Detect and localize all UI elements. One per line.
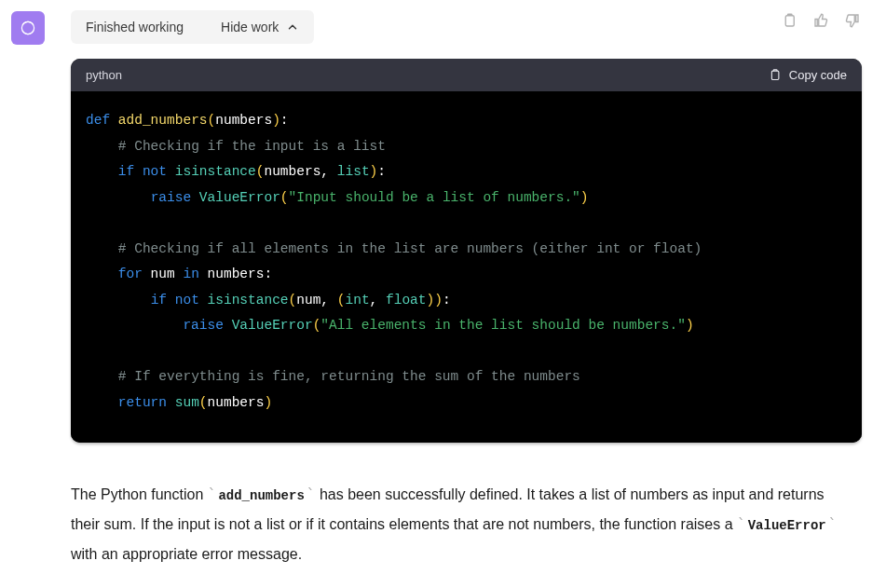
explanation-paragraph: The Python function `add_numbers` has be… bbox=[71, 480, 862, 569]
code-language-label: python bbox=[86, 68, 122, 82]
thumbs-up-button[interactable] bbox=[811, 11, 830, 30]
thumbs-up-icon bbox=[812, 12, 829, 29]
svg-rect-1 bbox=[785, 16, 794, 26]
code-content: def add_numbers(numbers): # Checking if … bbox=[86, 108, 847, 417]
thumbs-down-button[interactable] bbox=[843, 11, 862, 30]
hide-work-label: Hide work bbox=[221, 20, 279, 34]
copy-code-button[interactable]: Copy code bbox=[768, 68, 847, 82]
working-status-bar: Finished working Hide work bbox=[71, 10, 314, 44]
assistant-avatar bbox=[11, 11, 45, 45]
hide-work-toggle[interactable]: Hide work bbox=[221, 20, 299, 34]
code-body[interactable]: def add_numbers(numbers): # Checking if … bbox=[71, 91, 862, 443]
thumbs-down-icon bbox=[844, 12, 861, 29]
status-label: Finished working bbox=[86, 20, 184, 34]
chatgpt-logo-icon bbox=[18, 18, 38, 38]
copy-code-label: Copy code bbox=[789, 68, 847, 82]
clipboard-icon bbox=[781, 12, 797, 29]
svg-rect-2 bbox=[771, 71, 779, 79]
clipboard-icon bbox=[768, 68, 782, 82]
code-block: python Copy code def add_numbers(numbers… bbox=[71, 59, 862, 443]
inline-code: add_numbers bbox=[216, 488, 306, 503]
chevron-up-icon bbox=[286, 21, 299, 34]
copy-message-button[interactable] bbox=[780, 11, 798, 30]
code-header: python Copy code bbox=[71, 59, 862, 91]
inline-code: ValueError bbox=[746, 518, 828, 533]
